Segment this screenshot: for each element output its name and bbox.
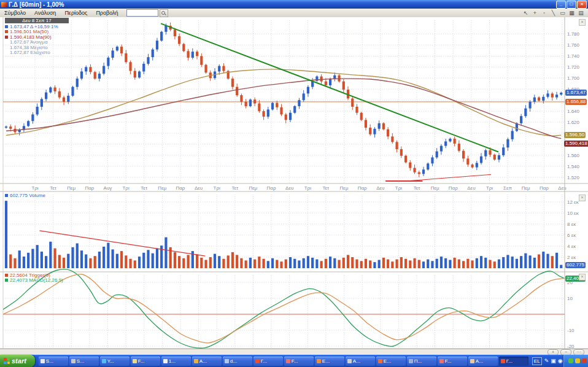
taskbar-button[interactable]: E...	[376, 357, 406, 366]
price-legend: 1.673,47 Δ +16,59 1%1.596,501 Ma(50)1.59…	[5, 24, 58, 55]
taskbar-button[interactable]: F...	[284, 357, 314, 366]
taskbar-button[interactable]: A...	[468, 357, 498, 366]
taskbar-button[interactable]: F...	[131, 357, 160, 366]
trendline-tool-icon[interactable]: ╲	[550, 10, 557, 16]
trendline-support-rising[interactable]	[405, 174, 491, 181]
svg-text:Τετ: Τετ	[141, 185, 148, 191]
taskbar-button[interactable]: S...	[39, 357, 68, 366]
volume-bars	[5, 201, 562, 268]
legend-row: 1.674,38 Μέγιστο	[5, 45, 58, 50]
zoom-tool-icon[interactable]: ◦	[541, 10, 547, 16]
svg-text:Παρ: Παρ	[267, 185, 276, 191]
svg-text:Πεμ: Πεμ	[249, 185, 257, 191]
x-axis-labels: ΤριΤετΠεμΠαρΑυγΤριΤετΠεμΠαρΔευΤριΤετΠεμΠ…	[31, 185, 566, 191]
macd-line	[3, 269, 565, 348]
trigger-line	[3, 274, 565, 343]
task-icon	[41, 359, 45, 363]
last-price-badge: 1.673,47	[565, 90, 587, 96]
taskbar-button[interactable]: A...	[192, 357, 222, 366]
chart-canvas[interactable]: 1.7801.7601.7401.7201.7001.6801.6601.640…	[0, 17, 588, 355]
svg-text:Παρ: Παρ	[449, 185, 458, 191]
task-icon	[409, 359, 413, 363]
taskbar-button[interactable]: A...	[346, 357, 375, 366]
shield-icon[interactable]: ◉	[558, 358, 563, 364]
menu-item-3[interactable]: Προβολή	[91, 9, 122, 17]
restore-button[interactable]: □	[567, 1, 576, 9]
svg-text:Παρ: Παρ	[540, 185, 549, 191]
svg-text:10 εκ: 10 εκ	[567, 211, 579, 216]
svg-text:Δευ: Δευ	[195, 185, 203, 191]
monitor-icon[interactable]: ▣	[551, 358, 556, 364]
svg-text:12 εκ: 12 εκ	[567, 199, 579, 205]
taskbar-button[interactable]: Y...	[100, 357, 130, 366]
start-button[interactable]: start	[0, 355, 35, 367]
chart-area: 1.7801.7601.7401.7201.7001.6801.6601.640…	[0, 17, 588, 355]
language-indicator[interactable]: EL	[532, 357, 542, 365]
svg-text:Πεμ: Πεμ	[340, 185, 349, 191]
system-tray: 06:11	[563, 355, 588, 367]
cursor-tool-icon[interactable]: ↖	[522, 10, 529, 16]
taskbar: start S...S...Y...F...1...A...d...Γ...F.…	[0, 355, 588, 367]
application-window: Γ.Δ [60min] - 1,00% _ □ × ΣύμβολοΑνάλυση…	[0, 0, 588, 367]
svg-text:Δευ: Δευ	[467, 185, 475, 191]
legend-row: 1.672,67 Άνοιγμα	[5, 40, 58, 45]
ma50-badge: 1.596,50	[564, 132, 586, 138]
tray-icon-1[interactable]	[575, 358, 580, 363]
svg-text:Τετ: Τετ	[414, 185, 421, 191]
svg-text:Τετ: Τετ	[50, 185, 57, 191]
menu-item-1[interactable]: Ανάλυση	[30, 9, 60, 17]
taskbar-button[interactable]: Π...	[407, 357, 436, 366]
windows-flag-icon	[4, 358, 10, 364]
pen-icon[interactable]: ✎	[544, 358, 549, 364]
svg-text:1.740: 1.740	[567, 53, 580, 59]
taskbar-button[interactable]: Γ...	[253, 357, 283, 366]
task-icon	[133, 359, 137, 363]
svg-text:Παρ: Παρ	[358, 185, 367, 191]
volume-badge: 602.775	[565, 262, 586, 268]
save-tool-icon[interactable]: ▤	[578, 10, 584, 16]
svg-text:Τρι: Τρι	[214, 185, 220, 191]
legend-row: 1.672,87 Ελάχιστο	[5, 50, 58, 56]
prev-close-badge: 1.656,88	[565, 99, 587, 105]
task-icon	[347, 359, 352, 363]
price-panel-close-icon[interactable]: ×	[579, 19, 586, 26]
symbol-search-input[interactable]	[126, 9, 158, 17]
taskbar-button[interactable]: S...	[69, 357, 99, 366]
menu-item-0[interactable]: Σύμβολο	[0, 9, 30, 17]
svg-text:Δευ: Δευ	[376, 185, 384, 191]
task-icon	[194, 359, 198, 363]
taskbar-button[interactable]: F...	[438, 357, 467, 366]
svg-text:10: 10	[567, 296, 573, 301]
minimize-button[interactable]: _	[556, 1, 566, 9]
legend-row: 1.596,501 Ma(50)	[5, 29, 58, 35]
search-icon[interactable]	[160, 9, 168, 17]
task-icon	[378, 359, 382, 363]
taskbar-button[interactable]: d...	[223, 357, 252, 366]
close-button[interactable]: ×	[577, 1, 587, 9]
macd-panel-close-icon[interactable]: ×	[579, 274, 586, 280]
tray-icon-2[interactable]	[582, 358, 587, 363]
menu-item-2[interactable]: Περίοδος	[60, 9, 91, 17]
date-tooltip: Δευ 8 Σεπ 17	[5, 18, 69, 23]
trendline-downtrend[interactable]	[161, 23, 498, 152]
svg-text:1.760: 1.760	[567, 42, 580, 48]
taskbar-button[interactable]: Γ...	[499, 357, 528, 366]
svg-text:Τρι: Τρι	[486, 185, 493, 191]
candles	[5, 23, 562, 177]
grid-tool-icon[interactable]: ▦	[568, 10, 575, 16]
taskbar-button[interactable]: E...	[315, 357, 344, 366]
svg-text:Τρι: Τρι	[122, 185, 129, 191]
svg-text:Σεπ: Σεπ	[503, 185, 513, 191]
volume-panel-close-icon[interactable]: ×	[579, 195, 586, 201]
svg-text:1.620: 1.620	[567, 120, 580, 125]
svg-text:2 εκ: 2 εκ	[567, 255, 576, 260]
tray-icon-0[interactable]	[568, 358, 573, 363]
indicator-tool-icon[interactable]: ▭	[559, 10, 566, 16]
task-icon	[225, 359, 229, 363]
crosshair-tool-icon[interactable]: +	[532, 10, 538, 16]
task-icon	[102, 359, 106, 363]
taskbar-button[interactable]: 1...	[161, 357, 191, 366]
volume-legend: 602.775 Volume	[5, 193, 45, 198]
svg-text:1.520: 1.520	[567, 175, 580, 180]
svg-text:Πεμ: Πεμ	[67, 185, 75, 191]
